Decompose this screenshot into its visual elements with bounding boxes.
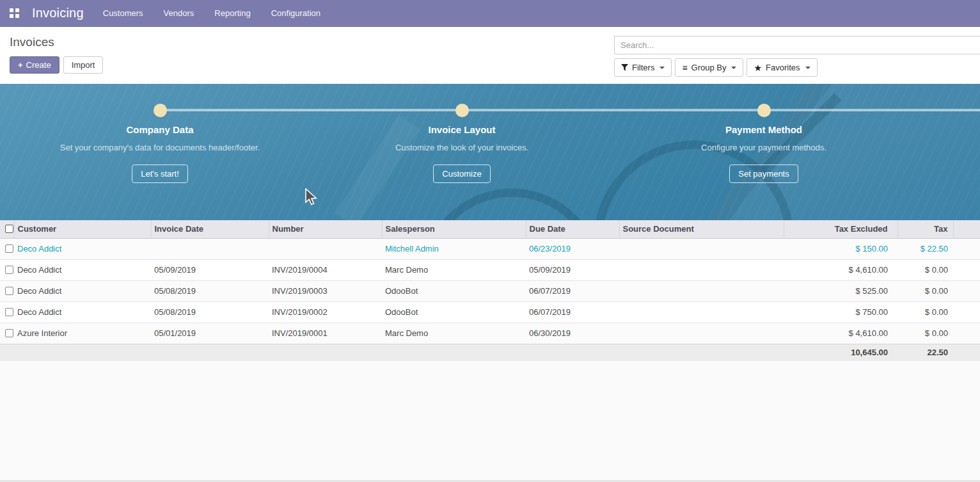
row-checkbox[interactable] [5,329,13,337]
lets-start-button[interactable]: Let's start! [132,165,188,183]
table-row[interactable]: Deco Addict05/08/2019 INV/2019/0003OdooB… [0,280,980,301]
step-description: Set your company's data for documents he… [51,141,269,154]
customize-button[interactable]: Customize [433,165,490,183]
total-tax-excluded: 10,645.00 [784,344,897,361]
app-brand[interactable]: Invoicing [32,6,84,20]
col-header-source-document[interactable]: Source Document [619,220,784,238]
top-navbar: Invoicing Customers Vendors Reporting Co… [0,0,980,27]
col-header-tax-excluded[interactable]: Tax Excluded [784,220,897,238]
col-header-salesperson[interactable]: Salesperson [382,220,526,238]
invoices-table: Customer Invoice Date Number Salesperson… [0,220,980,361]
step-description: Configure your payment methods. [655,141,873,154]
control-panel: Invoices +Create Import Filters ≡ Group … [0,27,980,84]
step-title: Payment Method [655,124,873,135]
step-dot-payment-method [757,104,771,117]
step-title: Invoice Layout [353,124,571,135]
search-input[interactable] [614,36,980,54]
onboarding-banner: Company Data Set your company's data for… [0,84,980,220]
menu-reporting[interactable]: Reporting [204,0,260,26]
step-dot-company-data [154,104,167,117]
import-button[interactable]: Import [63,56,104,74]
step-dot-invoice-layout [455,104,469,117]
row-checkbox[interactable] [5,308,13,316]
table-row[interactable]: Deco Addict05/08/2019 INV/2019/0002OdooB… [0,301,980,323]
caret-down-icon [731,67,736,69]
table-row[interactable]: Deco Addict05/09/2019 INV/2019/0004Marc … [0,259,980,280]
navbar-menu: Customers Vendors Reporting Configuratio… [93,0,331,26]
row-checkbox[interactable] [5,287,13,295]
col-header-customer[interactable]: Customer [14,220,151,238]
step-title: Company Data [51,124,269,135]
col-header-spacer [953,220,980,238]
star-icon: ★ [754,63,762,72]
plus-icon: + [18,60,23,70]
caret-down-icon [805,67,810,69]
create-button[interactable]: +Create [10,56,59,74]
col-header-invoice-date[interactable]: Invoice Date [151,220,269,238]
onboarding-progress-line [160,109,980,111]
funnel-icon [621,64,628,71]
table-row[interactable]: Deco Addict Mitchell Admin 06/23/2019 $ … [0,238,980,259]
onboarding-step-invoice-layout: Invoice Layout Customize the look of you… [353,124,571,183]
step-description: Customize the look of your invoices. [353,141,571,154]
row-checkbox[interactable] [5,266,13,274]
table-row[interactable]: Azure Interior05/01/2019 INV/2019/0001Ma… [0,323,980,344]
apps-grid-icon[interactable] [10,8,19,18]
table-totals-row: 10,645.00 22.50 [0,344,980,361]
total-tax: 22.50 [897,344,953,361]
set-payments-button[interactable]: Set payments [729,165,798,183]
onboarding-step-payment-method: Payment Method Configure your payment me… [655,124,873,183]
favorites-button[interactable]: ★ Favorites [747,58,817,77]
table-header-row: Customer Invoice Date Number Salesperson… [0,220,980,238]
invoicing-app: Invoicing Customers Vendors Reporting Co… [0,0,980,482]
select-all-checkbox[interactable] [5,225,13,233]
onboarding-step-company-data: Company Data Set your company's data for… [51,124,269,183]
menu-customers[interactable]: Customers [93,0,154,26]
caret-down-icon [660,67,665,69]
col-header-number[interactable]: Number [269,220,382,238]
group-by-button[interactable]: ≡ Group By [675,58,743,77]
group-by-icon: ≡ [682,63,687,72]
col-header-due-date[interactable]: Due Date [526,220,619,238]
filters-button[interactable]: Filters [614,58,672,77]
menu-configuration[interactable]: Configuration [261,0,331,26]
page-title: Invoices [10,35,103,49]
col-header-tax[interactable]: Tax [897,220,953,238]
menu-vendors[interactable]: Vendors [154,0,205,26]
row-checkbox[interactable] [5,245,13,253]
